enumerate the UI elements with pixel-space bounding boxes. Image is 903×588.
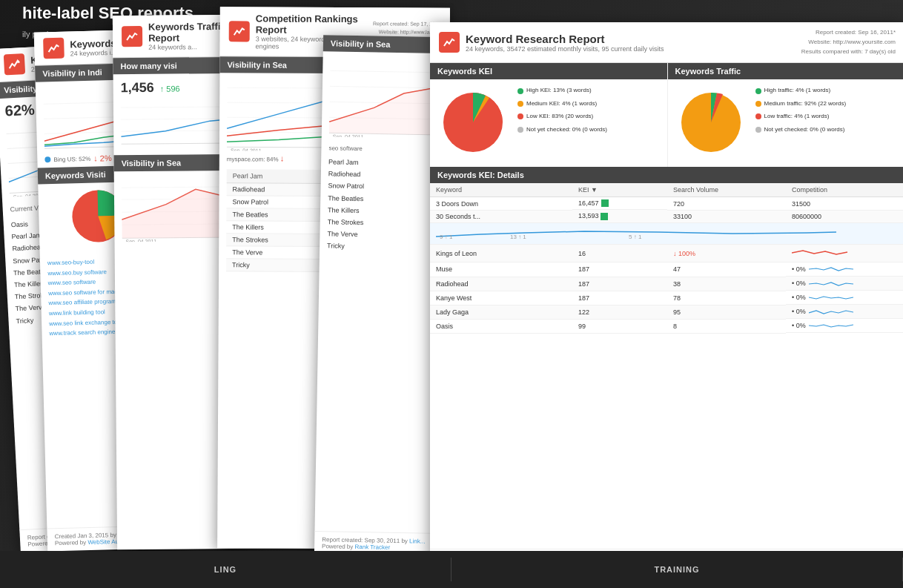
cell-competition: • 0% [786,305,903,319]
card3-title: Keywords Traffic Report [148,21,228,44]
cell-keyword: Muse [430,262,572,277]
cell-search: 720 [667,197,786,211]
card6-subtitle: 24 keywords, 35472 estimated monthly vis… [466,45,801,53]
table-row: Radiohead 187 38 • 0% [430,277,903,291]
svg-text:5 ↑ 1: 5 ↑ 1 [629,234,642,240]
card6-title: Keyword Research Report [466,33,801,45]
card2-title: Keywords [70,37,116,50]
card6-logo [439,32,460,53]
card2-subtitle: 24 keywords i... [70,48,117,57]
cell-keyword: Lady Gaga [430,305,572,319]
cell-search: 78 [667,291,786,305]
card1-logo [4,53,25,75]
table-row: Kings of Leon 16 ↓ 100% [430,245,903,262]
table-row: 3 Doors Down 16,457 720 31500 [430,197,903,211]
table-row: Muse 187 47 • 0% [430,262,903,277]
svg-text:Sep. 04 2011: Sep. 04 2011 [333,133,364,140]
card6-meta-compared: Results compared with: 7 day(s) old [801,47,896,57]
bottom-bar-item-2[interactable]: TRAINING [452,558,903,581]
cell-kei: 16 [572,245,667,262]
card3-subtitle: 24 keywords a... [148,43,228,51]
cell-kei: 13,593 [572,210,667,222]
cell-keyword: Radiohead [430,277,572,291]
card6-traffic-legend: High traffic: 4% (1 words) Medium traffi… [755,85,847,161]
cell-competition: 31500 [786,197,903,211]
cell-competition: • 0% [786,262,903,277]
report-card-6: Keyword Research Report 24 keywords, 354… [430,22,903,578]
cell-search: 8 [667,319,786,333]
card2-logo [43,38,64,59]
cell-keyword: Kings of Leon [430,245,572,262]
bottom-bar-item-1[interactable]: LING [0,558,452,581]
table-row: Oasis 99 8 • 0% [430,319,903,333]
row-chart: 9 ↑ 1 13 ↑ 1 5 ↑ 1 [436,225,836,240]
cell-search: ↓ 100% [667,245,786,262]
cell-competition: • 0% [786,277,903,291]
table-row: Lady Gaga 122 95 • 0% [430,305,903,319]
card6-meta-website: Website: http://www.yoursite.com [801,38,896,47]
col-kei: KEI ▼ [572,183,667,197]
card6-details-table: Keyword KEI ▼ Search Volume Competition … [430,183,903,333]
cell-search: 95 [667,305,786,319]
card4-logo [229,21,250,42]
cell-kei: 16,457 [572,197,667,210]
cell-competition: 80600000 [786,210,903,222]
cell-kei: 187 [572,277,667,291]
cell-competition [786,245,903,262]
cell-keyword: Kanye West [430,291,572,305]
svg-text:Sep. 04 2011: Sep. 04 2011 [125,239,156,242]
card4-title: Competition Rankings Report [256,13,373,36]
col-keyword: Keyword [430,183,572,197]
svg-text:9 ↑ 1: 9 ↑ 1 [440,234,453,240]
card1-stat: 62% [4,102,35,120]
table-row: 30 Seconds t... 13,593 33100 80600000 [430,210,903,222]
card3-logo [122,26,142,47]
table-row: 9 ↑ 1 13 ↑ 1 5 ↑ 1 [430,223,903,245]
table-row: Kanye West 187 78 • 0% [430,291,903,305]
card6-traffic-pie: High traffic: 4% (1 words) Medium traffi… [668,79,904,167]
cell-competition: • 0% [786,291,903,305]
card6-section-traffic: Keywords Traffic [668,63,904,79]
card6-header: Keyword Research Report 24 keywords, 354… [430,22,903,63]
card6-section-kei: Keywords KEI [430,63,667,79]
cell-keyword: 3 Doors Down [430,197,572,211]
card6-kei-legend: High KEI: 13% (3 words) Medium KEI: 4% (… [517,85,607,161]
svg-text:Sep. 04 2011: Sep. 04 2011 [231,148,262,151]
cell-kei: 187 [572,262,667,277]
col-competition: Competition [786,183,903,197]
cell-search: 47 [667,262,786,277]
cell-competition: • 0% [786,319,903,333]
card6-section-details: Keywords KEI: Details [430,167,903,183]
cell-kei: 122 [572,305,667,319]
cell-kei: 99 [572,319,667,333]
cell-search: 33100 [667,210,786,222]
cell-kei: 187 [572,291,667,305]
bottom-bar: LING TRAINING [0,551,903,588]
card6-meta-created: Report created: Sep 16, 2011* [801,28,896,38]
reports-stack: Keyword 24 keywords i... Visibility in S… [0,0,903,588]
col-search: Search Volume [667,183,786,197]
cell-keyword: Oasis [430,319,572,333]
card6-kei-pie: High KEI: 13% (3 words) Medium KEI: 4% (… [430,79,667,167]
cell-keyword: 30 Seconds t... [430,210,572,222]
cell-search: 38 [667,277,786,291]
card6-two-col: Keywords KEI [430,63,903,167]
svg-text:13 ↑ 1: 13 ↑ 1 [510,234,526,240]
